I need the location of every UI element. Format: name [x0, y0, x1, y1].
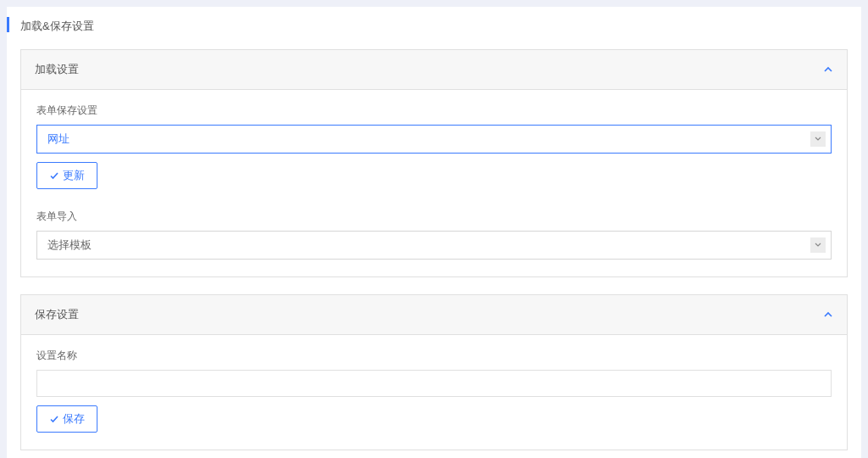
import-select-value: 选择模板	[47, 237, 92, 253]
setting-name-field: 设置名称 保存	[36, 349, 832, 433]
saved-settings-field: 表单保存设置 网址 更新	[36, 103, 832, 189]
load-settings-panel-body: 表单保存设置 网址 更新 表单导入 选择模板	[21, 90, 847, 276]
page-title: 加载&保存设置	[20, 19, 848, 34]
import-select[interactable]: 选择模板	[36, 231, 832, 260]
load-settings-panel: 加载设置 表单保存设置 网址 更新 表单导入	[20, 49, 848, 277]
save-settings-panel-body: 设置名称 保存	[21, 335, 847, 450]
saved-settings-label: 表单保存设置	[36, 103, 832, 118]
update-button[interactable]: 更新	[36, 162, 97, 189]
load-settings-panel-header[interactable]: 加载设置	[21, 50, 847, 90]
import-field: 表单导入 选择模板	[36, 209, 832, 260]
chevron-up-icon	[823, 310, 833, 320]
chevron-up-icon	[823, 64, 833, 75]
setting-name-label: 设置名称	[36, 349, 832, 363]
save-button-label: 保存	[63, 411, 85, 427]
save-settings-panel: 保存设置 设置名称 保存	[20, 294, 848, 450]
saved-settings-select[interactable]: 网址	[36, 125, 832, 154]
update-button-label: 更新	[63, 168, 85, 183]
settings-page: 加载&保存设置 加载设置 表单保存设置 网址 更新	[7, 7, 861, 458]
save-settings-panel-header[interactable]: 保存设置	[21, 295, 847, 335]
save-settings-panel-title: 保存设置	[35, 307, 79, 322]
page-header: 加载&保存设置	[20, 10, 848, 49]
setting-name-input[interactable]	[36, 370, 832, 397]
import-label: 表单导入	[36, 209, 832, 224]
title-accent-bar	[7, 17, 9, 32]
caret-down-icon	[810, 237, 826, 253]
load-settings-panel-title: 加载设置	[35, 62, 79, 77]
check-icon	[49, 414, 59, 424]
save-button[interactable]: 保存	[36, 405, 97, 433]
saved-settings-select-value: 网址	[47, 131, 70, 147]
caret-down-icon	[810, 131, 826, 147]
check-icon	[49, 170, 59, 181]
